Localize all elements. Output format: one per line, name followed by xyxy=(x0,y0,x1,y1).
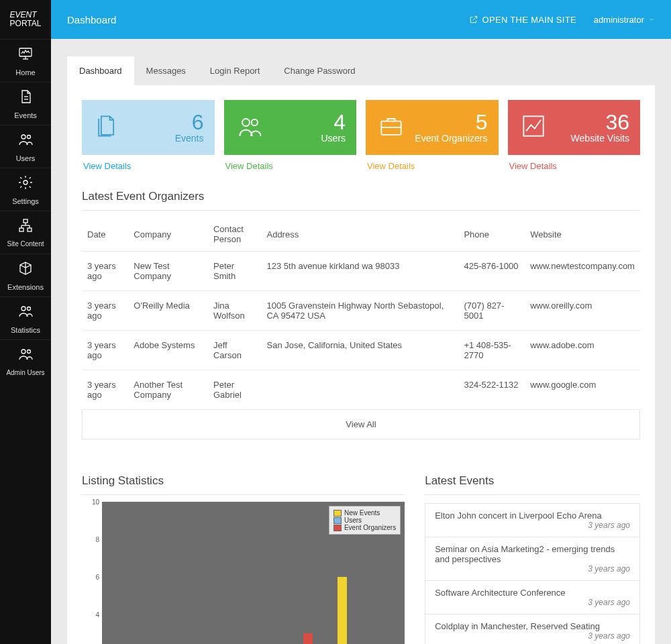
users-icon xyxy=(17,346,34,365)
nav-events[interactable]: Events xyxy=(0,82,51,125)
cell-person: Jina Wolfson xyxy=(208,291,262,331)
nav-extensions[interactable]: Extensions xyxy=(0,254,51,297)
brand-logo: EVENT PORTAL xyxy=(0,0,51,39)
organizers-table: Date Company Contact Person Address Phon… xyxy=(82,217,640,410)
card-label: Website Visits xyxy=(571,133,629,144)
card-label: Events xyxy=(175,133,204,144)
cube-icon xyxy=(17,260,34,279)
user-label: administrator xyxy=(594,15,644,25)
view-details-link[interactable]: View Details xyxy=(82,155,215,171)
svg-point-5 xyxy=(21,135,25,139)
legend-label: Event Organizers xyxy=(344,524,396,531)
legend-label: Users xyxy=(344,517,362,524)
th-company: Company xyxy=(128,217,208,252)
legend-item: New Events xyxy=(333,509,396,517)
nav-label: Statistics xyxy=(11,326,40,334)
y-axis: 246810 xyxy=(82,502,102,644)
event-ago: 3 years ago xyxy=(435,521,630,530)
th-person: Contact Person xyxy=(208,217,262,252)
nav-settings[interactable]: Settings xyxy=(0,168,51,211)
svg-point-20 xyxy=(251,119,257,125)
event-item[interactable]: Seminar on Asia Marketing2 - emerging tr… xyxy=(425,537,640,581)
event-ago: 3 years ago xyxy=(435,631,630,641)
view-details-link[interactable]: View Details xyxy=(366,155,499,171)
user-menu[interactable]: administrator xyxy=(594,15,655,25)
dashboard-panel: 6 Events View Details 4 Users View Det xyxy=(67,85,655,644)
cell-company: New Test Company xyxy=(128,252,208,291)
tabs: Dashboard Messages Login Report Change P… xyxy=(67,56,655,85)
divider xyxy=(82,494,405,495)
cell-phone: 425-876-1000 xyxy=(458,252,525,291)
table-row: 3 years agoO'Reilly MediaJina Wolfson100… xyxy=(82,291,640,331)
cell-company: Adobe Systems xyxy=(128,331,208,370)
open-main-site-link[interactable]: OPEN THE MAIN SITE xyxy=(469,15,576,25)
organizers-title: Latest Event Organizers xyxy=(82,190,640,203)
event-title: Seminar on Asia Marketing2 - emerging tr… xyxy=(435,544,615,564)
cell-website: www.adobe.com xyxy=(525,331,640,370)
card-number: 6 xyxy=(175,111,204,133)
event-item[interactable]: Software Architecture Conference3 years … xyxy=(425,581,640,614)
legend-item: Event Organizers xyxy=(333,524,396,531)
document-icon xyxy=(17,89,34,107)
card-visits: 36 Website Visits View Details xyxy=(508,100,641,171)
documents-icon xyxy=(93,111,122,144)
events-column: Latest Events Elton John concert in Live… xyxy=(425,455,640,644)
chart-plot: New Events Users Event Organizers xyxy=(102,502,405,644)
cell-address: 123 5th avenue kirkland wa 98033 xyxy=(261,252,458,291)
cell-person: Peter Gabriel xyxy=(208,370,262,410)
chevron-down-icon xyxy=(648,16,655,23)
svg-rect-0 xyxy=(19,48,32,56)
event-item[interactable]: Elton John concert in Liverpool Echo Are… xyxy=(425,503,640,537)
cell-date: 3 years ago xyxy=(82,252,128,291)
nav-label: Events xyxy=(14,111,37,119)
event-item[interactable]: Coldplay in Manchester, Reserved Seating… xyxy=(425,614,640,644)
svg-rect-8 xyxy=(23,219,28,223)
svg-point-17 xyxy=(21,350,25,354)
svg-rect-10 xyxy=(28,228,32,231)
card-organizers-body: 5 Event Organizers xyxy=(366,100,499,155)
svg-point-7 xyxy=(23,180,28,184)
users-icon xyxy=(17,303,34,322)
svg-point-6 xyxy=(28,135,31,138)
event-title: Software Architecture Conference xyxy=(435,588,565,598)
th-phone: Phone xyxy=(458,217,525,252)
chart-icon xyxy=(519,111,548,144)
tab-login-report[interactable]: Login Report xyxy=(198,56,272,85)
stats-column: Listing Statistics 246810 New Events Use… xyxy=(82,455,405,644)
nav-home[interactable]: Home xyxy=(0,39,51,82)
card-events-body: 6 Events xyxy=(82,100,215,155)
svg-rect-23 xyxy=(523,116,543,136)
nav-admin-users[interactable]: Admin Users xyxy=(0,339,51,382)
nav-site-content[interactable]: Site Content xyxy=(0,211,51,254)
tab-dashboard[interactable]: Dashboard xyxy=(67,56,134,85)
svg-point-16 xyxy=(28,307,31,310)
card-users: 4 Users View Details xyxy=(224,100,357,171)
view-details-link[interactable]: View Details xyxy=(224,155,357,171)
cell-phone: +1 408-535-2770 xyxy=(458,331,525,370)
open-main-site-label: OPEN THE MAIN SITE xyxy=(482,15,576,25)
tab-change-password[interactable]: Change Password xyxy=(272,56,367,85)
nav-statistics[interactable]: Statistics xyxy=(0,297,51,339)
users-icon xyxy=(17,131,34,150)
tab-messages[interactable]: Messages xyxy=(134,56,198,85)
event-ago: 3 years ago xyxy=(435,564,630,574)
th-date: Date xyxy=(82,217,128,252)
external-link-icon xyxy=(469,15,478,24)
view-details-link[interactable]: View Details xyxy=(508,155,641,171)
card-label: Event Organizers xyxy=(415,133,487,144)
th-address: Address xyxy=(261,217,458,252)
view-all-button[interactable]: View All xyxy=(82,410,640,439)
cell-address xyxy=(261,370,458,410)
nav-users[interactable]: Users xyxy=(0,125,51,168)
card-organizers: 5 Event Organizers View Details xyxy=(366,100,499,171)
nav-label: Home xyxy=(15,68,35,76)
cell-address: San Jose, California, United States xyxy=(261,331,458,370)
chart-bar xyxy=(338,577,347,644)
nav-label: Settings xyxy=(12,197,39,205)
page-title: Dashboard xyxy=(67,14,116,25)
y-tick: 10 xyxy=(92,498,99,506)
table-row: 3 years agoAdobe SystemsJeff CarsonSan J… xyxy=(82,331,640,370)
nav-label: Site Content xyxy=(7,240,44,248)
y-tick: 4 xyxy=(95,611,99,619)
cell-website: www.oreilly.com xyxy=(525,291,640,331)
